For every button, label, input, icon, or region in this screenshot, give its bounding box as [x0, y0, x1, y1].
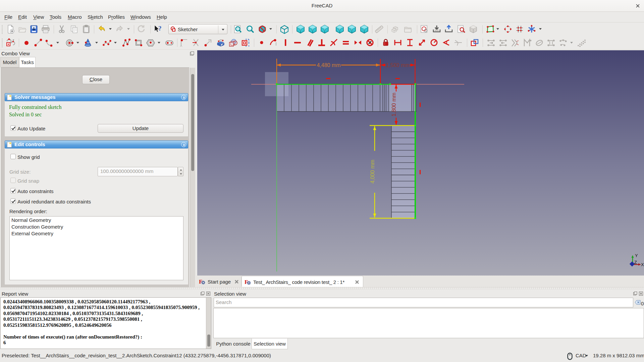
svg-text:4,480 mm: 4,480 mm — [317, 62, 340, 68]
svg-text:1,500 mm: 1,500 mm — [386, 62, 410, 68]
svg-text:?: ? — [158, 25, 162, 32]
svg-text:F: F — [199, 279, 202, 285]
svg-text:F: F — [245, 279, 248, 285]
svg-text:Y: Y — [635, 253, 638, 258]
svg-text:Z: Z — [634, 260, 637, 265]
svg-text:X: X — [641, 262, 644, 267]
svg-text:4,000 mm: 4,000 mm — [370, 160, 375, 183]
svg-text:1,800 mm: 1,800 mm — [391, 93, 397, 116]
